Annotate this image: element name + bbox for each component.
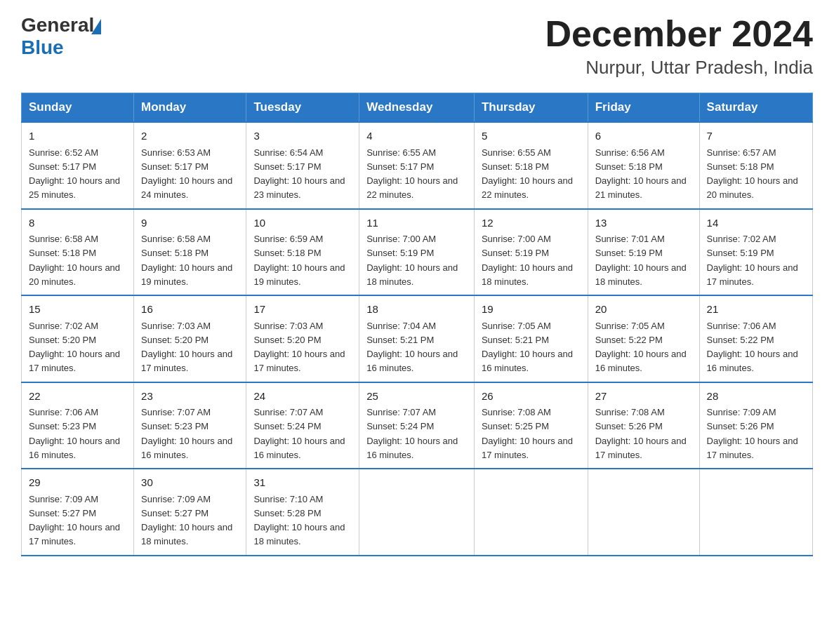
- day-info: Sunrise: 7:09 AMSunset: 5:26 PMDaylight:…: [707, 407, 798, 460]
- day-number: 28: [707, 389, 805, 405]
- day-info: Sunrise: 6:57 AMSunset: 5:18 PMDaylight:…: [707, 147, 798, 201]
- day-info: Sunrise: 7:09 AMSunset: 5:27 PMDaylight:…: [29, 494, 120, 547]
- col-sunday: Sunday: [22, 93, 134, 123]
- table-row: 17 Sunrise: 7:03 AMSunset: 5:20 PMDaylig…: [246, 295, 359, 382]
- day-info: Sunrise: 6:58 AMSunset: 5:18 PMDaylight:…: [29, 234, 120, 287]
- day-number: 20: [595, 302, 692, 318]
- day-info: Sunrise: 7:02 AMSunset: 5:19 PMDaylight:…: [707, 234, 798, 287]
- col-saturday: Saturday: [699, 93, 812, 123]
- day-info: Sunrise: 6:52 AMSunset: 5:17 PMDaylight:…: [29, 147, 120, 201]
- day-number: 31: [253, 475, 352, 491]
- logo-blue-text: Blue: [21, 36, 101, 59]
- day-number: 14: [707, 215, 805, 232]
- table-row: 8 Sunrise: 6:58 AMSunset: 5:18 PMDayligh…: [22, 209, 134, 296]
- day-number: 11: [366, 215, 467, 232]
- day-number: 17: [253, 302, 352, 318]
- day-number: 13: [595, 215, 692, 232]
- table-row: 12 Sunrise: 7:00 AMSunset: 5:19 PMDaylig…: [474, 209, 588, 296]
- day-number: 1: [29, 128, 126, 145]
- month-title: December 2024: [545, 14, 813, 54]
- day-info: Sunrise: 7:02 AMSunset: 5:20 PMDaylight:…: [29, 321, 120, 374]
- day-info: Sunrise: 7:05 AMSunset: 5:22 PMDaylight:…: [595, 321, 687, 374]
- day-info: Sunrise: 6:59 AMSunset: 5:18 PMDaylight:…: [253, 234, 345, 287]
- day-number: 30: [141, 475, 239, 491]
- day-number: 21: [707, 302, 805, 318]
- col-monday: Monday: [134, 93, 246, 123]
- table-row: 15 Sunrise: 7:02 AMSunset: 5:20 PMDaylig…: [22, 295, 134, 382]
- day-info: Sunrise: 7:07 AMSunset: 5:24 PMDaylight:…: [366, 407, 458, 460]
- calendar-table: Sunday Monday Tuesday Wednesday Thursday…: [21, 93, 813, 556]
- day-number: 25: [366, 389, 467, 405]
- logo: General Blue: [21, 14, 101, 59]
- day-info: Sunrise: 6:56 AMSunset: 5:18 PMDaylight:…: [595, 147, 687, 201]
- day-info: Sunrise: 7:05 AMSunset: 5:21 PMDaylight:…: [482, 321, 573, 374]
- table-row: 28 Sunrise: 7:09 AMSunset: 5:26 PMDaylig…: [699, 382, 812, 469]
- table-row: 16 Sunrise: 7:03 AMSunset: 5:20 PMDaylig…: [134, 295, 246, 382]
- day-number: 19: [482, 302, 581, 318]
- col-wednesday: Wednesday: [359, 93, 475, 123]
- day-info: Sunrise: 7:07 AMSunset: 5:24 PMDaylight:…: [253, 407, 345, 460]
- day-number: 18: [366, 302, 467, 318]
- day-info: Sunrise: 7:03 AMSunset: 5:20 PMDaylight:…: [141, 321, 232, 374]
- table-row: 27 Sunrise: 7:08 AMSunset: 5:26 PMDaylig…: [588, 382, 699, 469]
- table-row: 18 Sunrise: 7:04 AMSunset: 5:21 PMDaylig…: [359, 295, 475, 382]
- day-info: Sunrise: 7:00 AMSunset: 5:19 PMDaylight:…: [366, 234, 458, 287]
- title-area: December 2024 Nurpur, Uttar Pradesh, Ind…: [545, 14, 813, 79]
- day-number: 24: [253, 389, 352, 405]
- week-row-5: 29 Sunrise: 7:09 AMSunset: 5:27 PMDaylig…: [22, 469, 813, 556]
- day-number: 16: [141, 302, 239, 318]
- table-row: [359, 469, 475, 556]
- day-info: Sunrise: 6:53 AMSunset: 5:17 PMDaylight:…: [141, 147, 232, 201]
- table-row: 11 Sunrise: 7:00 AMSunset: 5:19 PMDaylig…: [359, 209, 475, 296]
- table-row: 30 Sunrise: 7:09 AMSunset: 5:27 PMDaylig…: [134, 469, 246, 556]
- table-row: [588, 469, 699, 556]
- day-number: 29: [29, 475, 126, 491]
- day-info: Sunrise: 6:54 AMSunset: 5:17 PMDaylight:…: [253, 147, 345, 201]
- table-row: 23 Sunrise: 7:07 AMSunset: 5:23 PMDaylig…: [134, 382, 246, 469]
- logo-general-text: General: [21, 14, 94, 36]
- table-row: 1 Sunrise: 6:52 AMSunset: 5:17 PMDayligh…: [22, 122, 134, 209]
- week-row-1: 1 Sunrise: 6:52 AMSunset: 5:17 PMDayligh…: [22, 122, 813, 209]
- day-number: 2: [141, 128, 239, 145]
- day-number: 8: [29, 215, 126, 232]
- table-row: [474, 469, 588, 556]
- day-info: Sunrise: 7:06 AMSunset: 5:23 PMDaylight:…: [29, 407, 120, 460]
- day-info: Sunrise: 7:06 AMSunset: 5:22 PMDaylight:…: [707, 321, 798, 374]
- header-row: Sunday Monday Tuesday Wednesday Thursday…: [22, 93, 813, 123]
- table-row: 13 Sunrise: 7:01 AMSunset: 5:19 PMDaylig…: [588, 209, 699, 296]
- day-number: 10: [253, 215, 352, 232]
- table-row: [699, 469, 812, 556]
- day-number: 6: [595, 128, 692, 145]
- day-info: Sunrise: 7:09 AMSunset: 5:27 PMDaylight:…: [141, 494, 232, 547]
- day-info: Sunrise: 7:08 AMSunset: 5:25 PMDaylight:…: [482, 407, 573, 460]
- week-row-3: 15 Sunrise: 7:02 AMSunset: 5:20 PMDaylig…: [22, 295, 813, 382]
- table-row: 25 Sunrise: 7:07 AMSunset: 5:24 PMDaylig…: [359, 382, 475, 469]
- logo-triangle-icon: [91, 19, 101, 34]
- table-row: 21 Sunrise: 7:06 AMSunset: 5:22 PMDaylig…: [699, 295, 812, 382]
- day-number: 5: [482, 128, 581, 145]
- day-info: Sunrise: 7:00 AMSunset: 5:19 PMDaylight:…: [482, 234, 573, 287]
- col-friday: Friday: [588, 93, 699, 123]
- day-number: 23: [141, 389, 239, 405]
- day-number: 7: [707, 128, 805, 145]
- day-number: 9: [141, 215, 239, 232]
- table-row: 4 Sunrise: 6:55 AMSunset: 5:17 PMDayligh…: [359, 122, 475, 209]
- table-row: 26 Sunrise: 7:08 AMSunset: 5:25 PMDaylig…: [474, 382, 588, 469]
- table-row: 19 Sunrise: 7:05 AMSunset: 5:21 PMDaylig…: [474, 295, 588, 382]
- table-row: 3 Sunrise: 6:54 AMSunset: 5:17 PMDayligh…: [246, 122, 359, 209]
- day-info: Sunrise: 6:58 AMSunset: 5:18 PMDaylight:…: [141, 234, 232, 287]
- day-number: 26: [482, 389, 581, 405]
- table-row: 10 Sunrise: 6:59 AMSunset: 5:18 PMDaylig…: [246, 209, 359, 296]
- day-info: Sunrise: 7:10 AMSunset: 5:28 PMDaylight:…: [253, 494, 345, 547]
- day-info: Sunrise: 7:07 AMSunset: 5:23 PMDaylight:…: [141, 407, 232, 460]
- col-thursday: Thursday: [474, 93, 588, 123]
- table-row: 6 Sunrise: 6:56 AMSunset: 5:18 PMDayligh…: [588, 122, 699, 209]
- day-number: 22: [29, 389, 126, 405]
- location-title: Nurpur, Uttar Pradesh, India: [545, 57, 813, 79]
- day-info: Sunrise: 7:01 AMSunset: 5:19 PMDaylight:…: [595, 234, 687, 287]
- day-info: Sunrise: 7:04 AMSunset: 5:21 PMDaylight:…: [366, 321, 458, 374]
- day-number: 15: [29, 302, 126, 318]
- day-number: 12: [482, 215, 581, 232]
- day-info: Sunrise: 6:55 AMSunset: 5:18 PMDaylight:…: [482, 147, 573, 201]
- day-info: Sunrise: 7:08 AMSunset: 5:26 PMDaylight:…: [595, 407, 687, 460]
